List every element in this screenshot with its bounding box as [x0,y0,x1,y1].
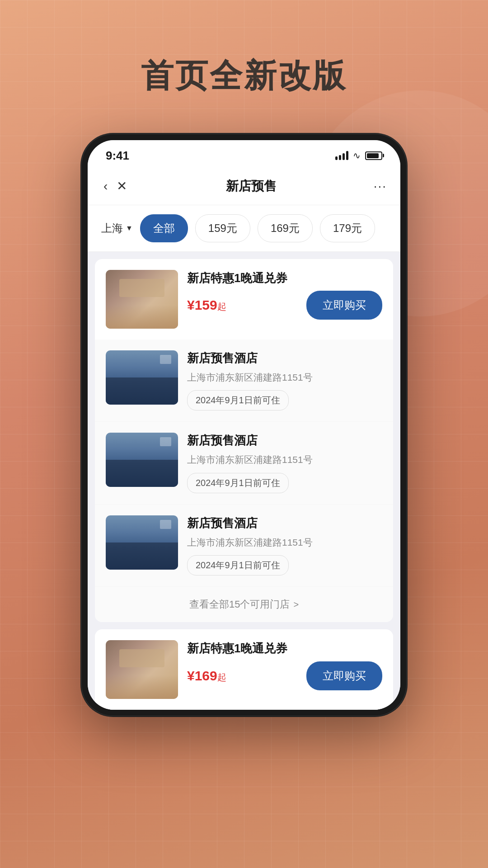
signal-icon [335,151,348,160]
product-price-1: ¥159起 [187,297,226,313]
hotel-address-2: 上海市浦东新区浦建路1151号 [187,453,382,466]
product-title-2: 新店特惠1晚通兑券 [187,640,382,656]
price-suffix-2: 起 [217,672,226,682]
status-time: 9:41 [106,149,129,163]
hotel-date-1: 2024年9月1日前可住 [187,390,289,410]
hotel-list-item-1: 新店预售酒店 上海市浦东新区浦建路1151号 2024年9月1日前可住 [95,340,393,422]
wifi-icon: ∿ [353,150,361,161]
filter-bar: 上海 ▼ 全部 159元 169元 179元 [88,205,400,252]
hotel-list-item-2: 新店预售酒店 上海市浦东新区浦建路1151号 2024年9月1日前可住 [95,422,393,504]
content-area: 新店特惠1晚通兑券 ¥159起 立即购买 [88,252,400,710]
price-value-2: ¥169 [187,668,217,683]
view-all-text: 查看全部15个可用门店 [189,598,290,611]
hotel-details-3: 新店预售酒店 上海市浦东新区浦建路1151号 2024年9月1日前可住 [187,515,382,576]
view-all-arrow: > [293,599,299,610]
hotel-details-1: 新店预售酒店 上海市浦东新区浦建路1151号 2024年9月1日前可住 [187,350,382,410]
view-all-link[interactable]: 查看全部15个可用门店 > [95,587,393,622]
more-button[interactable]: ··· [374,179,387,193]
hotel-name-3: 新店预售酒店 [187,515,382,531]
product-card-2: 新店特惠1晚通兑券 ¥169起 立即购买 [95,629,393,710]
product-image-1 [106,270,178,329]
page-headline: 首页全新改版 [141,54,347,98]
filter-159-btn[interactable]: 159元 [195,214,250,242]
status-bar: 9:41 ∿ [88,140,400,167]
price-suffix-1: 起 [217,302,226,311]
hotel-name-1: 新店预售酒店 [187,350,382,366]
product-main-section-2: 新店特惠1晚通兑券 ¥169起 立即购买 [95,629,393,710]
product-main-section: 新店特惠1晚通兑券 ¥159起 立即购买 [95,259,393,340]
product-info-1: 新店特惠1晚通兑券 ¥159起 立即购买 [187,270,382,320]
buy-button-2[interactable]: 立即购买 [306,661,382,690]
battery-icon [365,151,382,160]
city-dropdown-arrow: ▼ [126,224,133,232]
city-label: 上海 [101,221,123,236]
price-value-1: ¥159 [187,297,217,312]
product-price-2: ¥169起 [187,668,226,684]
product-card-1: 新店特惠1晚通兑券 ¥159起 立即购买 [95,259,393,622]
status-icons: ∿ [335,150,382,161]
hotel-date-3: 2024年9月1日前可住 [187,555,289,576]
hotel-list-container: 新店预售酒店 上海市浦东新区浦建路1151号 2024年9月1日前可住 [95,340,393,622]
hotel-date-2: 2024年9月1日前可住 [187,473,289,493]
hotel-address-1: 上海市浦东新区浦建路1151号 [187,371,382,384]
hotel-details-2: 新店预售酒店 上海市浦东新区浦建路1151号 2024年9月1日前可住 [187,433,382,493]
phone-screen: 9:41 ∿ ‹ ✕ 新店预售 [88,140,400,710]
filter-169-btn[interactable]: 169元 [258,214,313,242]
filter-179-btn[interactable]: 179元 [320,214,375,242]
nav-bar: ‹ ✕ 新店预售 ··· [88,167,400,205]
hotel-thumb-2 [106,433,178,487]
city-selector[interactable]: 上海 ▼ [101,221,133,236]
buy-button-1[interactable]: 立即购买 [306,291,382,320]
hotel-thumb-1 [106,350,178,405]
filter-all-btn[interactable]: 全部 [140,214,188,242]
nav-title: 新店预售 [129,178,373,195]
hotel-address-3: 上海市浦东新区浦建路1151号 [187,536,382,549]
hotel-thumb-3 [106,515,178,570]
phone-mockup: 9:41 ∿ ‹ ✕ 新店预售 [81,134,407,716]
hotel-name-2: 新店预售酒店 [187,433,382,448]
close-button[interactable]: ✕ [114,176,129,196]
back-button[interactable]: ‹ [101,177,110,196]
phone-frame: 9:41 ∿ ‹ ✕ 新店预售 [81,134,407,716]
product-image-2 [106,640,178,699]
product-title-1: 新店特惠1晚通兑券 [187,270,382,286]
hotel-list-item-3: 新店预售酒店 上海市浦东新区浦建路1151号 2024年9月1日前可住 [95,505,393,587]
product-info-2: 新店特惠1晚通兑券 ¥169起 立即购买 [187,640,382,690]
